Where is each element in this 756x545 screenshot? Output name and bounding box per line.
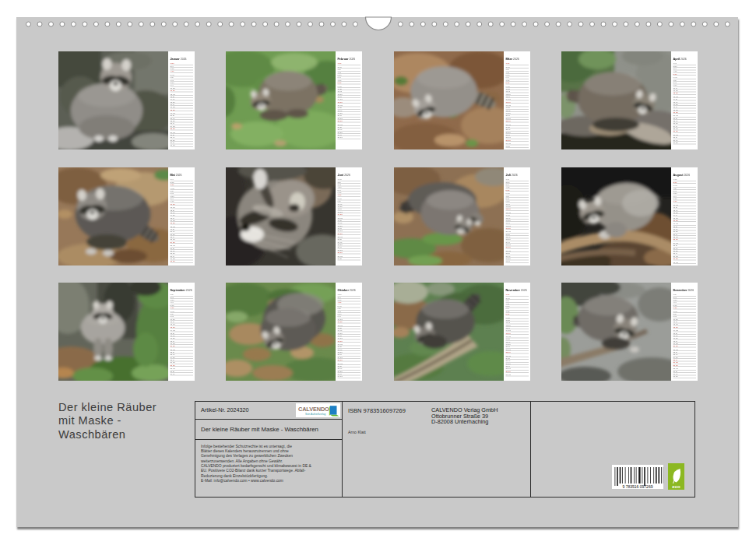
svg-text:Sein Aufstellverlag: Sein Aufstellverlag bbox=[305, 413, 325, 416]
svg-text:eco: eco bbox=[672, 484, 680, 489]
svg-text:9 783516 097269: 9 783516 097269 bbox=[623, 484, 653, 489]
svg-text:CALVENDO: CALVENDO bbox=[298, 406, 329, 413]
